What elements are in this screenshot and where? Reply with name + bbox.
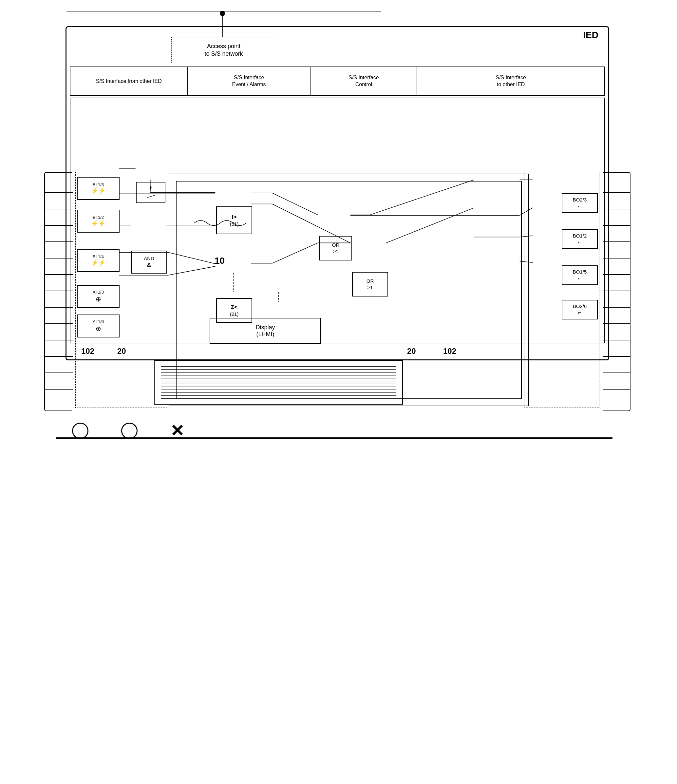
access-point-label: Access pointto S/S network — [204, 43, 243, 58]
hw-line-12 — [45, 372, 73, 373]
main-container: IED Access pointto S/S network S/S Inter… — [39, 13, 635, 734]
ss-to-ied: S/S Interfaceto other IED — [417, 67, 604, 95]
ss-interface-row: S/S Interface from other IED S/S Interfa… — [70, 67, 605, 96]
heat-line-6 — [161, 381, 396, 381]
bottom-symbols-row: ✕ — [72, 423, 596, 439]
display-label: Display(LHMI) — [255, 324, 275, 338]
hw-line-4 — [45, 241, 73, 242]
label-102-left: 102 — [81, 347, 94, 356]
top-connector — [222, 14, 223, 37]
display-box: Display(LHMI) — [210, 318, 321, 344]
heat-line-8 — [161, 387, 396, 387]
right-hw — [602, 172, 630, 411]
symbol-circle-1 — [72, 423, 89, 439]
symbol-cross: ✕ — [170, 423, 184, 439]
ss-event: S/S InterfaceEvent / Alarms — [188, 67, 311, 95]
hw-line-9 — [45, 324, 73, 324]
heat-line-12 — [161, 398, 396, 399]
or2-label: OR — [366, 278, 374, 285]
bi-14-box: BI 1/4 ⚡⚡ — [77, 249, 120, 272]
and-label: AND — [144, 255, 154, 262]
rw-hw-line-12 — [602, 372, 630, 373]
left-hw — [44, 172, 72, 411]
ai-16-box: AI 1/6 ⊕ — [77, 314, 120, 338]
rw-hw-line-11 — [602, 356, 630, 357]
bo15-label: BO1/5 — [573, 269, 587, 275]
hw-line-3 — [45, 225, 73, 226]
bi-13-label: BI 1/3 — [91, 182, 106, 187]
hw-line-11 — [45, 356, 73, 357]
hw-line-2 — [45, 209, 73, 209]
ai-16-label: AI 1/6 — [93, 319, 104, 325]
bottom-heat-sink — [154, 360, 403, 404]
heat-line-9 — [161, 390, 396, 390]
ai-13-label: AI 1/3 — [93, 289, 104, 295]
ss-control: S/S InterfaceControl — [311, 67, 417, 95]
or1-box: OR ≥1 — [319, 236, 352, 260]
hw-line-5 — [45, 258, 73, 258]
ss-from-ied: S/S Interface from other IED — [70, 67, 188, 95]
ied-box: IED Access pointto S/S network S/S Inter… — [65, 26, 609, 360]
or2-box: OR ≥1 — [352, 272, 388, 297]
timer-label: t — [149, 185, 153, 192]
hw-line-6 — [45, 274, 73, 275]
heat-line-5 — [161, 378, 396, 378]
rw-hw-line-4 — [602, 241, 630, 242]
bi-14-label: BI 1/4 — [91, 254, 106, 260]
rw-hw-line-3 — [602, 225, 630, 226]
bi-13-box: BI 1/3 ⚡⚡ — [77, 177, 120, 200]
access-point-box: Access pointto S/S network — [171, 37, 276, 63]
hw-line-10 — [45, 340, 73, 341]
rw-hw-line-5 — [602, 258, 630, 258]
bo26-box: BO2/6 ⌐ — [562, 300, 598, 319]
bo26-label: BO2/6 — [573, 303, 587, 310]
symbol-circle-2 — [121, 423, 138, 439]
or1-label: OR — [332, 242, 340, 248]
heat-line-4 — [161, 375, 396, 375]
hw-line-7 — [45, 291, 73, 291]
rw-hw-line-6 — [602, 274, 630, 275]
hw-line-13 — [45, 389, 73, 390]
label-10: 10 — [214, 255, 225, 266]
heat-line-2 — [161, 369, 396, 370]
hw-line-8 — [45, 307, 73, 308]
heat-line-7 — [161, 384, 396, 384]
bo23-box: BO2/3 ⌐ — [562, 193, 598, 213]
label-20-left: 20 — [117, 347, 126, 356]
ai-13-box: AI 1/3 ⊕ — [77, 285, 120, 308]
rw-hw-line-8 — [602, 307, 630, 308]
ied-label: IED — [583, 30, 598, 40]
inner-box: BI 1/3 ⚡⚡ BI 1/2 ⚡⚡ BI 1/4 ⚡⚡ — [70, 98, 605, 343]
hw-line-1 — [45, 192, 73, 193]
heat-line-10 — [161, 392, 396, 393]
rw-hw-line-9 — [602, 324, 630, 324]
label-102-right: 102 — [443, 347, 456, 356]
bo15-box: BO1/5 ⌐ — [562, 265, 598, 285]
oc-label: I> — [230, 214, 239, 221]
bottom-line — [56, 437, 612, 439]
rw-hw-line-13 — [602, 389, 630, 390]
heat-line-1 — [161, 366, 396, 367]
rw-hw-line-2 — [602, 209, 630, 209]
bi-12-label: BI 1/2 — [91, 215, 106, 220]
bi-12-box: BI 1/2 ⚡⚡ — [77, 210, 120, 233]
heat-line-3 — [161, 372, 396, 372]
bo12-box: BO1/2 ⌐ — [562, 229, 598, 249]
bo12-label: BO1/2 — [573, 233, 587, 239]
rw-hw-line-1 — [602, 192, 630, 193]
rw-hw-line-10 — [602, 340, 630, 341]
label-20-right: 20 — [407, 347, 416, 356]
rw-hw-line-7 — [602, 291, 630, 291]
and-gate-box: AND & — [131, 250, 167, 274]
heat-line-11 — [161, 395, 396, 396]
overcurrent-box: I> (51) — [216, 206, 252, 234]
timer-box: t ╱ — [136, 182, 165, 203]
impedance-label: Z< — [230, 304, 239, 311]
bo23-label: BO2/3 — [573, 197, 587, 203]
